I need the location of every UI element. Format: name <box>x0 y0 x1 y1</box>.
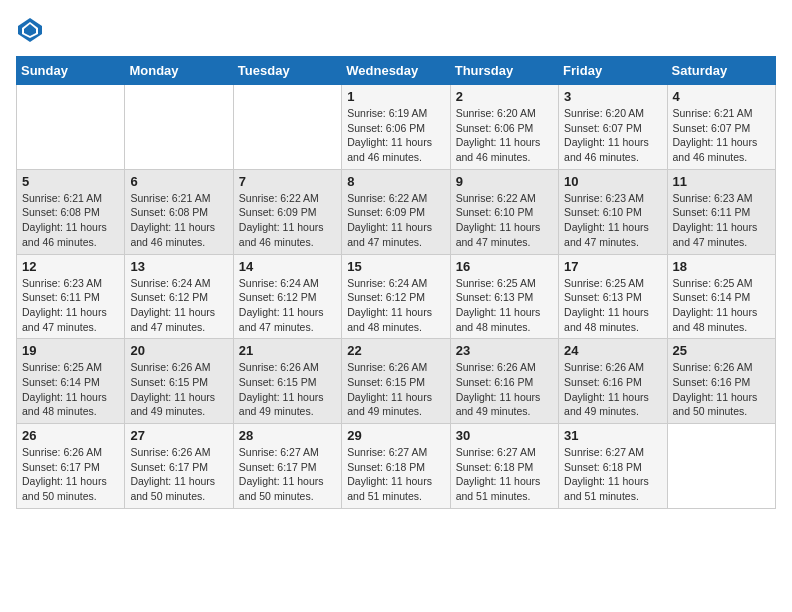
day-number: 25 <box>673 343 770 358</box>
calendar-cell: 18Sunrise: 6:25 AM Sunset: 6:14 PM Dayli… <box>667 254 775 339</box>
day-number: 27 <box>130 428 227 443</box>
day-number: 31 <box>564 428 661 443</box>
calendar-cell: 1Sunrise: 6:19 AM Sunset: 6:06 PM Daylig… <box>342 85 450 170</box>
calendar-cell: 24Sunrise: 6:26 AM Sunset: 6:16 PM Dayli… <box>559 339 667 424</box>
calendar-week-row: 1Sunrise: 6:19 AM Sunset: 6:06 PM Daylig… <box>17 85 776 170</box>
day-number: 29 <box>347 428 444 443</box>
day-info: Sunrise: 6:25 AM Sunset: 6:13 PM Dayligh… <box>456 276 553 335</box>
day-number: 2 <box>456 89 553 104</box>
day-info: Sunrise: 6:26 AM Sunset: 6:17 PM Dayligh… <box>22 445 119 504</box>
day-number: 13 <box>130 259 227 274</box>
calendar-cell: 29Sunrise: 6:27 AM Sunset: 6:18 PM Dayli… <box>342 424 450 509</box>
calendar-cell: 11Sunrise: 6:23 AM Sunset: 6:11 PM Dayli… <box>667 169 775 254</box>
day-info: Sunrise: 6:23 AM Sunset: 6:11 PM Dayligh… <box>22 276 119 335</box>
day-info: Sunrise: 6:22 AM Sunset: 6:09 PM Dayligh… <box>239 191 336 250</box>
day-of-week-header: Sunday <box>17 57 125 85</box>
day-number: 4 <box>673 89 770 104</box>
calendar-cell: 31Sunrise: 6:27 AM Sunset: 6:18 PM Dayli… <box>559 424 667 509</box>
day-number: 6 <box>130 174 227 189</box>
calendar-cell <box>125 85 233 170</box>
calendar-table: SundayMondayTuesdayWednesdayThursdayFrid… <box>16 56 776 509</box>
day-number: 3 <box>564 89 661 104</box>
day-info: Sunrise: 6:24 AM Sunset: 6:12 PM Dayligh… <box>239 276 336 335</box>
day-info: Sunrise: 6:26 AM Sunset: 6:16 PM Dayligh… <box>673 360 770 419</box>
calendar-cell: 16Sunrise: 6:25 AM Sunset: 6:13 PM Dayli… <box>450 254 558 339</box>
day-of-week-header: Saturday <box>667 57 775 85</box>
day-info: Sunrise: 6:25 AM Sunset: 6:14 PM Dayligh… <box>673 276 770 335</box>
calendar-cell: 26Sunrise: 6:26 AM Sunset: 6:17 PM Dayli… <box>17 424 125 509</box>
calendar-cell: 28Sunrise: 6:27 AM Sunset: 6:17 PM Dayli… <box>233 424 341 509</box>
day-of-week-header: Thursday <box>450 57 558 85</box>
day-info: Sunrise: 6:23 AM Sunset: 6:11 PM Dayligh… <box>673 191 770 250</box>
calendar-cell: 4Sunrise: 6:21 AM Sunset: 6:07 PM Daylig… <box>667 85 775 170</box>
day-info: Sunrise: 6:26 AM Sunset: 6:15 PM Dayligh… <box>130 360 227 419</box>
calendar-cell: 25Sunrise: 6:26 AM Sunset: 6:16 PM Dayli… <box>667 339 775 424</box>
calendar-cell: 17Sunrise: 6:25 AM Sunset: 6:13 PM Dayli… <box>559 254 667 339</box>
day-of-week-header: Friday <box>559 57 667 85</box>
day-number: 11 <box>673 174 770 189</box>
page-header <box>16 16 776 44</box>
calendar-cell: 22Sunrise: 6:26 AM Sunset: 6:15 PM Dayli… <box>342 339 450 424</box>
calendar-cell <box>667 424 775 509</box>
calendar-week-row: 19Sunrise: 6:25 AM Sunset: 6:14 PM Dayli… <box>17 339 776 424</box>
calendar-cell: 9Sunrise: 6:22 AM Sunset: 6:10 PM Daylig… <box>450 169 558 254</box>
day-info: Sunrise: 6:27 AM Sunset: 6:18 PM Dayligh… <box>456 445 553 504</box>
calendar-cell <box>233 85 341 170</box>
calendar-cell: 14Sunrise: 6:24 AM Sunset: 6:12 PM Dayli… <box>233 254 341 339</box>
day-info: Sunrise: 6:26 AM Sunset: 6:17 PM Dayligh… <box>130 445 227 504</box>
day-info: Sunrise: 6:25 AM Sunset: 6:14 PM Dayligh… <box>22 360 119 419</box>
day-number: 12 <box>22 259 119 274</box>
day-of-week-header: Monday <box>125 57 233 85</box>
calendar-cell: 2Sunrise: 6:20 AM Sunset: 6:06 PM Daylig… <box>450 85 558 170</box>
day-number: 14 <box>239 259 336 274</box>
day-number: 7 <box>239 174 336 189</box>
day-info: Sunrise: 6:21 AM Sunset: 6:08 PM Dayligh… <box>22 191 119 250</box>
day-number: 19 <box>22 343 119 358</box>
day-number: 1 <box>347 89 444 104</box>
calendar-cell: 30Sunrise: 6:27 AM Sunset: 6:18 PM Dayli… <box>450 424 558 509</box>
day-number: 18 <box>673 259 770 274</box>
day-number: 23 <box>456 343 553 358</box>
day-number: 30 <box>456 428 553 443</box>
day-info: Sunrise: 6:20 AM Sunset: 6:06 PM Dayligh… <box>456 106 553 165</box>
day-info: Sunrise: 6:20 AM Sunset: 6:07 PM Dayligh… <box>564 106 661 165</box>
calendar-cell: 8Sunrise: 6:22 AM Sunset: 6:09 PM Daylig… <box>342 169 450 254</box>
day-info: Sunrise: 6:21 AM Sunset: 6:08 PM Dayligh… <box>130 191 227 250</box>
calendar-cell: 21Sunrise: 6:26 AM Sunset: 6:15 PM Dayli… <box>233 339 341 424</box>
day-info: Sunrise: 6:26 AM Sunset: 6:16 PM Dayligh… <box>456 360 553 419</box>
day-number: 26 <box>22 428 119 443</box>
calendar-cell: 3Sunrise: 6:20 AM Sunset: 6:07 PM Daylig… <box>559 85 667 170</box>
day-info: Sunrise: 6:27 AM Sunset: 6:17 PM Dayligh… <box>239 445 336 504</box>
day-number: 21 <box>239 343 336 358</box>
calendar-week-row: 5Sunrise: 6:21 AM Sunset: 6:08 PM Daylig… <box>17 169 776 254</box>
day-of-week-header: Wednesday <box>342 57 450 85</box>
day-of-week-header: Tuesday <box>233 57 341 85</box>
day-info: Sunrise: 6:24 AM Sunset: 6:12 PM Dayligh… <box>347 276 444 335</box>
calendar-cell: 23Sunrise: 6:26 AM Sunset: 6:16 PM Dayli… <box>450 339 558 424</box>
day-number: 20 <box>130 343 227 358</box>
day-number: 24 <box>564 343 661 358</box>
day-info: Sunrise: 6:26 AM Sunset: 6:15 PM Dayligh… <box>239 360 336 419</box>
day-number: 5 <box>22 174 119 189</box>
day-number: 10 <box>564 174 661 189</box>
day-info: Sunrise: 6:25 AM Sunset: 6:13 PM Dayligh… <box>564 276 661 335</box>
calendar-week-row: 26Sunrise: 6:26 AM Sunset: 6:17 PM Dayli… <box>17 424 776 509</box>
day-number: 16 <box>456 259 553 274</box>
day-info: Sunrise: 6:22 AM Sunset: 6:10 PM Dayligh… <box>456 191 553 250</box>
day-info: Sunrise: 6:26 AM Sunset: 6:15 PM Dayligh… <box>347 360 444 419</box>
day-number: 17 <box>564 259 661 274</box>
day-number: 9 <box>456 174 553 189</box>
calendar-cell: 15Sunrise: 6:24 AM Sunset: 6:12 PM Dayli… <box>342 254 450 339</box>
calendar-cell: 7Sunrise: 6:22 AM Sunset: 6:09 PM Daylig… <box>233 169 341 254</box>
day-info: Sunrise: 6:21 AM Sunset: 6:07 PM Dayligh… <box>673 106 770 165</box>
day-info: Sunrise: 6:26 AM Sunset: 6:16 PM Dayligh… <box>564 360 661 419</box>
day-number: 28 <box>239 428 336 443</box>
day-number: 22 <box>347 343 444 358</box>
calendar-cell: 12Sunrise: 6:23 AM Sunset: 6:11 PM Dayli… <box>17 254 125 339</box>
logo-icon <box>16 16 44 44</box>
day-number: 15 <box>347 259 444 274</box>
day-info: Sunrise: 6:22 AM Sunset: 6:09 PM Dayligh… <box>347 191 444 250</box>
day-info: Sunrise: 6:19 AM Sunset: 6:06 PM Dayligh… <box>347 106 444 165</box>
calendar-cell: 5Sunrise: 6:21 AM Sunset: 6:08 PM Daylig… <box>17 169 125 254</box>
calendar-cell: 13Sunrise: 6:24 AM Sunset: 6:12 PM Dayli… <box>125 254 233 339</box>
